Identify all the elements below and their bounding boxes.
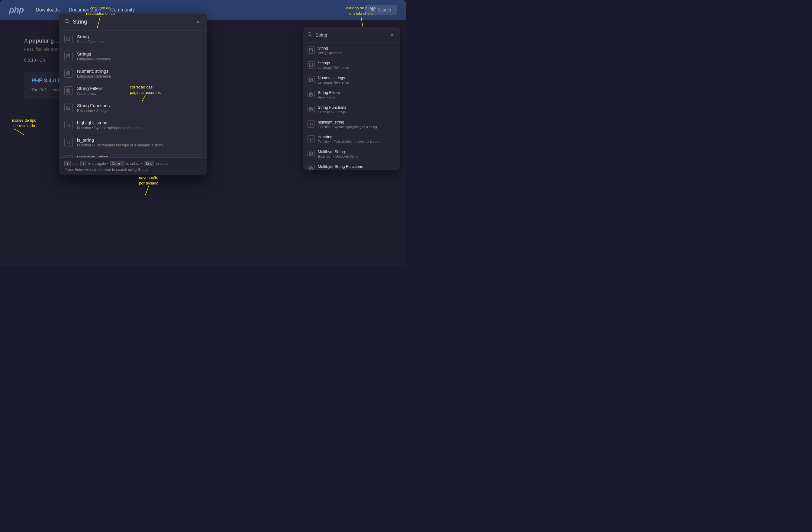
result-title: Strings xyxy=(77,51,111,57)
result-type-icon: {} xyxy=(307,135,315,143)
fullscreen-search-input[interactable] xyxy=(315,32,386,38)
result-text: Strings Language Reference xyxy=(77,51,111,61)
fullscreen-result-item[interactable]: String String Operators xyxy=(303,43,400,58)
result-sub: Appendices xyxy=(77,91,102,96)
result-text: highlight_string Function • Syntax highl… xyxy=(318,120,377,129)
result-text: highlight_string Function • Syntax highl… xyxy=(77,120,142,130)
search-dialog-main: × String String Operators Strings Langua… xyxy=(59,14,207,175)
main-result-item[interactable]: {} highlight_string Function • Syntax hi… xyxy=(59,117,207,134)
search-icon: 🔍 xyxy=(371,8,376,12)
result-type-icon xyxy=(64,104,73,112)
main-result-item[interactable]: Multibyte String Extension • Multibyte S… xyxy=(59,151,207,157)
search-dialog-fullscreen: × String String Operators Strings Langua… xyxy=(303,27,400,170)
main-result-item[interactable]: {} is_string Function • Find whether the… xyxy=(59,134,207,151)
result-title: is_string xyxy=(318,135,380,139)
result-type-icon xyxy=(64,155,73,157)
result-text: String Filters Appendices xyxy=(77,86,102,96)
search-footer: ↑ and ↓ to navigate • Enter to select • … xyxy=(59,157,207,175)
result-title: highlight_string xyxy=(77,120,142,125)
fullscreen-result-item[interactable]: Strings Language Reference xyxy=(303,58,400,72)
result-title: String xyxy=(77,34,104,39)
result-sub: Appendices xyxy=(318,95,340,99)
result-type-icon xyxy=(64,52,73,60)
result-title: String Functions xyxy=(318,105,346,109)
result-text: Numeric strings Language Reference xyxy=(318,75,349,84)
result-text: Multibyte String Extension • Multibyte S… xyxy=(318,149,358,158)
result-type-icon xyxy=(307,150,315,157)
result-type-icon xyxy=(64,69,73,78)
result-text: is_string Function • Find whether the ty… xyxy=(318,135,380,144)
result-sub: String Operators xyxy=(77,40,104,44)
svg-line-1 xyxy=(311,35,312,36)
result-text: is_string Function • Find whether the ty… xyxy=(77,137,163,147)
nav-documentation[interactable]: Documentation xyxy=(69,7,101,13)
fullscreen-search-results: String String Operators Strings Language… xyxy=(303,43,400,170)
result-sub: Extension • Strings xyxy=(318,110,346,114)
result-sub: Extension • Strings xyxy=(77,109,110,113)
result-type-icon: {} xyxy=(307,120,315,128)
main-result-item[interactable]: String String Operators xyxy=(59,30,207,48)
fullscreen-search-input-row: × xyxy=(303,27,400,43)
result-sub: Language Reference xyxy=(318,80,349,84)
fullscreen-result-item[interactable]: String Filters Appendices xyxy=(303,87,400,102)
header-search-button[interactable]: 🔍 Search xyxy=(365,5,397,15)
fullscreen-result-item[interactable]: Multibyte String Functions Extension • M… xyxy=(303,161,400,170)
main-result-item[interactable]: Strings Language Reference xyxy=(59,48,207,65)
result-text: String Functions Extension • Strings xyxy=(318,105,346,114)
svg-text:{}: {} xyxy=(67,141,71,144)
result-type-icon: {} xyxy=(64,121,73,129)
and-text: and xyxy=(72,162,78,166)
result-title: String xyxy=(318,46,342,50)
result-sub: Function • Syntax highlighting of a stri… xyxy=(318,125,377,129)
result-title: String Functions xyxy=(77,103,110,108)
fullscreen-result-item[interactable]: {} highlight_string Function • Syntax hi… xyxy=(303,117,400,132)
nav-downloads[interactable]: Downloads xyxy=(35,7,59,13)
result-sub: Function • Syntax highlighting of a stri… xyxy=(77,126,142,130)
result-text: Multibyte String Functions Extension • M… xyxy=(318,164,363,170)
fullscreen-result-item[interactable]: Multibyte String Extension • Multibyte S… xyxy=(303,146,400,161)
select-text: to select • xyxy=(126,162,142,166)
result-title: Multibyte String xyxy=(77,154,121,157)
fullscreen-result-item[interactable]: String Functions Extension • Strings xyxy=(303,102,400,117)
main-close-button[interactable]: × xyxy=(194,18,202,26)
fullscreen-search-icon xyxy=(307,32,313,38)
php-logo: php xyxy=(9,5,24,15)
result-type-icon xyxy=(64,86,73,95)
fullscreen-result-item[interactable]: Numeric strings Language Reference xyxy=(303,72,400,87)
up-key: ↑ xyxy=(64,161,71,166)
result-text: Multibyte String Extension • Multibyte S… xyxy=(77,154,121,157)
result-sub: Language Reference xyxy=(77,57,111,61)
esc-key: Esc xyxy=(144,161,154,166)
result-text: String String Operators xyxy=(318,46,342,55)
nav-community[interactable]: Community xyxy=(110,7,135,13)
result-title: String Filters xyxy=(77,86,102,91)
result-sub: String Operators xyxy=(318,51,342,55)
result-type-icon xyxy=(307,61,315,69)
result-sub: Language Reference xyxy=(318,66,349,70)
enter-key: Enter xyxy=(110,161,125,166)
down-key: ↓ xyxy=(81,161,87,166)
result-title: Numeric strings xyxy=(318,75,349,80)
result-text: String String Operators xyxy=(77,34,104,44)
fullscreen-result-item[interactable]: {} is_string Function • Find whether the… xyxy=(303,132,400,146)
main-search-input[interactable] xyxy=(73,19,191,25)
main-result-item[interactable]: String Filters Appendices xyxy=(59,82,207,99)
result-text: Strings Language Reference xyxy=(318,61,349,70)
navigate-text: to navigate • xyxy=(88,162,108,166)
close-text: to close xyxy=(156,162,168,166)
result-text: String Filters Appendices xyxy=(318,90,340,99)
svg-text:{}: {} xyxy=(67,123,71,127)
main-result-item[interactable]: Numeric strings Language Reference xyxy=(59,65,207,82)
main-search-input-row: × xyxy=(59,14,207,30)
result-text: Numeric strings Language Reference xyxy=(77,69,111,78)
result-sub: Extension • Multibyte String xyxy=(318,169,363,170)
svg-line-35 xyxy=(68,22,70,24)
main-result-item[interactable]: String Functions Extension • Strings xyxy=(59,99,207,117)
result-title: Strings xyxy=(318,61,349,65)
result-type-icon xyxy=(307,165,315,170)
result-title: is_string xyxy=(77,137,163,143)
footer-hint: Press Enter without selection to search … xyxy=(64,167,202,172)
result-title: Multibyte String Functions xyxy=(318,164,363,169)
fullscreen-close-button[interactable]: × xyxy=(389,31,396,39)
result-sub: Extension • Multibyte String xyxy=(318,154,358,158)
